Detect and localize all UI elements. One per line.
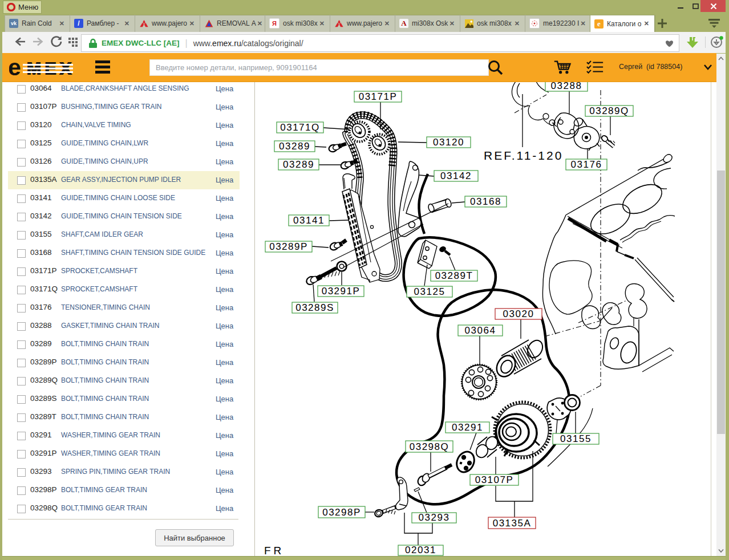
svg-text:e: e: [9, 58, 21, 76]
svg-text:FR: FR: [264, 545, 284, 556]
svg-text:03289: 03289: [283, 159, 314, 170]
svg-text:03171P: 03171P: [359, 91, 398, 102]
svg-text:03155: 03155: [560, 433, 592, 444]
svg-text:REF.11-120: REF.11-120: [484, 149, 563, 162]
svg-text:03298Q: 03298Q: [410, 441, 449, 452]
svg-text:03135A: 03135A: [493, 518, 532, 529]
svg-text:03289S: 03289S: [295, 302, 334, 313]
svg-text:03141: 03141: [293, 215, 325, 226]
svg-text:03293: 03293: [419, 512, 450, 523]
svg-text:03291P: 03291P: [322, 286, 361, 297]
svg-text:03289: 03289: [279, 141, 310, 152]
svg-text:03289P: 03289P: [269, 241, 308, 252]
svg-text:03291: 03291: [452, 422, 483, 433]
svg-text:02031: 02031: [405, 545, 436, 555]
svg-text:03171Q: 03171Q: [280, 122, 320, 133]
svg-text:03107P: 03107P: [475, 474, 514, 485]
svg-text:03125: 03125: [414, 286, 446, 297]
svg-text:03289Q: 03289Q: [589, 105, 629, 116]
svg-text:03176: 03176: [571, 159, 602, 170]
svg-text:03120: 03120: [433, 137, 464, 148]
svg-text:03289T: 03289T: [435, 270, 473, 281]
svg-text:03288: 03288: [551, 82, 582, 91]
svg-text:03064: 03064: [465, 325, 496, 336]
svg-text:03168: 03168: [470, 196, 501, 207]
svg-text:03298P: 03298P: [322, 507, 361, 518]
svg-text:03142: 03142: [440, 171, 472, 181]
svg-text:03020: 03020: [503, 309, 534, 319]
